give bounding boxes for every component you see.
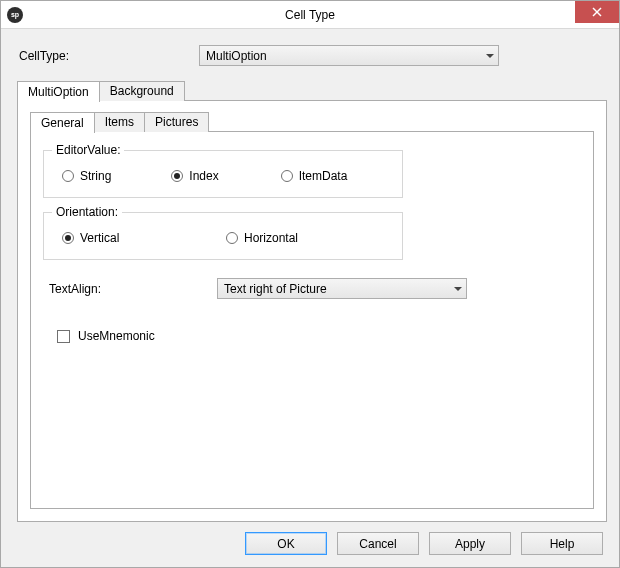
app-icon: sp xyxy=(7,7,23,23)
editorvalue-group: EditorValue: String Index xyxy=(43,150,403,198)
textalign-row: TextAlign: Text right of Picture xyxy=(49,278,581,299)
orientation-group: Orientation: Vertical Horizontal xyxy=(43,212,403,260)
radio-itemdata[interactable]: ItemData xyxy=(281,169,390,183)
radio-icon xyxy=(281,170,293,182)
radio-icon xyxy=(171,170,183,182)
orientation-legend: Orientation: xyxy=(52,205,122,219)
textalign-dropdown[interactable]: Text right of Picture xyxy=(217,278,467,299)
outer-tabpanel: General Items Pictures EditorValue: Stri… xyxy=(17,100,607,522)
celltype-dropdown[interactable]: MultiOption xyxy=(199,45,499,66)
celltype-label: CellType: xyxy=(19,49,199,63)
radio-vertical[interactable]: Vertical xyxy=(62,231,226,245)
inner-tabs: General Items Pictures EditorValue: Stri… xyxy=(30,111,594,509)
radio-string[interactable]: String xyxy=(62,169,171,183)
outer-tabstrip: MultiOption Background xyxy=(17,80,607,101)
checkbox-label: UseMnemonic xyxy=(78,329,155,343)
cancel-button[interactable]: Cancel xyxy=(337,532,419,555)
radio-icon xyxy=(62,232,74,244)
tab-items[interactable]: Items xyxy=(94,112,145,132)
textalign-label: TextAlign: xyxy=(49,282,217,296)
radio-label: Vertical xyxy=(80,231,119,245)
dialog-body: CellType: MultiOption MultiOption Backgr… xyxy=(1,29,619,567)
dialog-window: sp Cell Type CellType: MultiOption Multi… xyxy=(0,0,620,568)
titlebar: sp Cell Type xyxy=(1,1,619,29)
radio-icon xyxy=(226,232,238,244)
radio-label: Index xyxy=(189,169,218,183)
inner-tabstrip: General Items Pictures xyxy=(30,111,594,132)
textalign-value: Text right of Picture xyxy=(224,282,327,296)
help-button[interactable]: Help xyxy=(521,532,603,555)
apply-button[interactable]: Apply xyxy=(429,532,511,555)
radio-label: Horizontal xyxy=(244,231,298,245)
outer-tabs: MultiOption Background General Items Pic… xyxy=(17,80,607,522)
tab-general[interactable]: General xyxy=(30,112,95,133)
celltype-value: MultiOption xyxy=(206,49,267,63)
checkbox-icon xyxy=(57,330,70,343)
chevron-down-icon xyxy=(486,54,494,58)
tab-multioption[interactable]: MultiOption xyxy=(17,81,100,102)
close-icon xyxy=(592,7,602,17)
radio-index[interactable]: Index xyxy=(171,169,280,183)
editorvalue-legend: EditorValue: xyxy=(52,143,124,157)
radio-horizontal[interactable]: Horizontal xyxy=(226,231,390,245)
celltype-row: CellType: MultiOption xyxy=(19,45,607,66)
window-title: Cell Type xyxy=(1,8,619,22)
radio-icon xyxy=(62,170,74,182)
editorvalue-options: String Index ItemData xyxy=(56,165,390,185)
button-bar: OK Cancel Apply Help xyxy=(13,522,607,557)
chevron-down-icon xyxy=(454,287,462,291)
radio-label: ItemData xyxy=(299,169,348,183)
tab-background[interactable]: Background xyxy=(99,81,185,101)
inner-tabpanel: EditorValue: String Index xyxy=(30,131,594,509)
tab-pictures[interactable]: Pictures xyxy=(144,112,209,132)
orientation-options: Vertical Horizontal xyxy=(56,227,390,247)
usemnemonic-checkbox[interactable]: UseMnemonic xyxy=(57,329,581,343)
radio-label: String xyxy=(80,169,111,183)
close-button[interactable] xyxy=(575,1,619,23)
ok-button[interactable]: OK xyxy=(245,532,327,555)
